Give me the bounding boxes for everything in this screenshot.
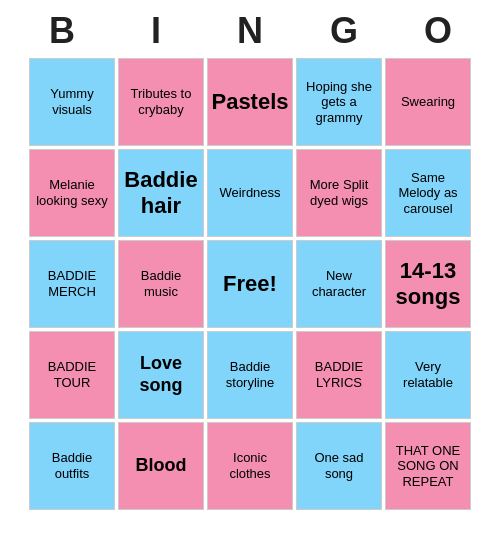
bingo-letter-o: O xyxy=(395,10,481,52)
bingo-cell-0[interactable]: Yummy visuals xyxy=(29,58,115,146)
bingo-cell-18[interactable]: BADDIE LYRICS xyxy=(296,331,382,419)
bingo-cell-23[interactable]: One sad song xyxy=(296,422,382,510)
bingo-cell-5[interactable]: Melanie looking sexy xyxy=(29,149,115,237)
bingo-header: BINGO xyxy=(15,0,485,58)
bingo-letter-i: I xyxy=(113,10,199,52)
bingo-cell-11[interactable]: Baddie music xyxy=(118,240,204,328)
bingo-cell-21[interactable]: Blood xyxy=(118,422,204,510)
bingo-letter-n: N xyxy=(207,10,293,52)
bingo-cell-17[interactable]: Baddie storyline xyxy=(207,331,293,419)
bingo-cell-19[interactable]: Very relatable xyxy=(385,331,471,419)
bingo-cell-4[interactable]: Swearing xyxy=(385,58,471,146)
bingo-cell-20[interactable]: Baddie outfits xyxy=(29,422,115,510)
bingo-cell-13[interactable]: New character xyxy=(296,240,382,328)
bingo-grid: Yummy visualsTributes to crybabyPastelsH… xyxy=(29,58,471,510)
bingo-letter-g: G xyxy=(301,10,387,52)
bingo-cell-12[interactable]: Free! xyxy=(207,240,293,328)
bingo-cell-3[interactable]: Hoping she gets a grammy xyxy=(296,58,382,146)
bingo-cell-15[interactable]: BADDIE TOUR xyxy=(29,331,115,419)
bingo-letter-b: B xyxy=(19,10,105,52)
bingo-cell-22[interactable]: Iconic clothes xyxy=(207,422,293,510)
bingo-cell-16[interactable]: Love song xyxy=(118,331,204,419)
bingo-cell-8[interactable]: More Split dyed wigs xyxy=(296,149,382,237)
bingo-cell-6[interactable]: Baddie hair xyxy=(118,149,204,237)
bingo-cell-14[interactable]: 14-13 songs xyxy=(385,240,471,328)
bingo-cell-10[interactable]: BADDIE MERCH xyxy=(29,240,115,328)
bingo-cell-1[interactable]: Tributes to crybaby xyxy=(118,58,204,146)
bingo-cell-9[interactable]: Same Melody as carousel xyxy=(385,149,471,237)
bingo-cell-24[interactable]: THAT ONE SONG ON REPEAT xyxy=(385,422,471,510)
bingo-cell-2[interactable]: Pastels xyxy=(207,58,293,146)
bingo-cell-7[interactable]: Weirdness xyxy=(207,149,293,237)
